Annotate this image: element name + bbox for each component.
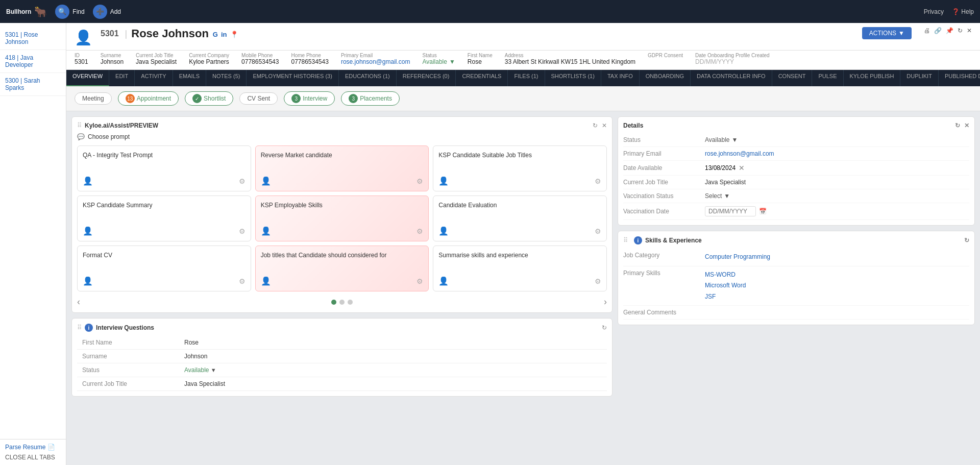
close-all-tabs-button[interactable]: CLOSE ALL TABS	[5, 454, 61, 461]
link-icon[interactable]: 🔗	[934, 27, 942, 34]
close-kyloe-icon[interactable]: ✕	[602, 122, 607, 129]
prompt-card-reverse-market[interactable]: Reverse Market candidate 👤 ⚙	[255, 145, 429, 191]
skill-ms-word[interactable]: MS-WORD	[705, 270, 746, 281]
tab-onboarding[interactable]: ONBOARDING	[640, 70, 691, 86]
carousel-dot-2[interactable]	[339, 300, 345, 305]
pipeline-step-placements[interactable]: 3 Placements	[341, 91, 400, 106]
add-circle-icon[interactable]: ➕	[93, 5, 107, 19]
prompt-settings-icon-fcv[interactable]: ⚙	[239, 277, 246, 285]
tab-published-docs[interactable]: PUBLISHED DOCUMENTS UP	[939, 70, 980, 86]
google-link[interactable]: G	[213, 31, 218, 38]
candidate-id-block: 5301 | Rose Johnson G in 📍	[101, 27, 238, 40]
pipeline-step-interview[interactable]: 3 Interview	[284, 91, 335, 106]
prompt-settings-icon-ksp-job[interactable]: ⚙	[595, 177, 601, 185]
tab-tax-info[interactable]: TAX INFO	[601, 70, 640, 86]
tab-employment[interactable]: EMPLOYMENT HISTORIES (3)	[247, 70, 338, 86]
kyloe-panel-header: ⠿ Kyloe.ai/Assist/PREVIEW ↻ ✕	[77, 122, 607, 129]
calendar-icon[interactable]: 📅	[759, 208, 767, 215]
vaccination-date-input[interactable]	[705, 206, 756, 216]
prompt-card-ksp-job-titles[interactable]: KSP Candidate Suitable Job Titles 👤 ⚙	[433, 145, 607, 191]
carousel-dot-1[interactable]	[331, 300, 336, 305]
tab-notes[interactable]: NOTES (5)	[206, 70, 247, 86]
carousel-prev-button[interactable]: ‹	[77, 297, 80, 307]
prompt-card-job-titles-candidate[interactable]: Job titles that Candidate should conside…	[255, 246, 429, 291]
status-field-dropdown[interactable]: Available ▼	[705, 136, 738, 143]
pipeline-step-appointment[interactable]: 13 Appointment	[118, 91, 179, 106]
tab-credentials[interactable]: CREDENTIALS	[456, 70, 508, 86]
clear-date-button[interactable]: ✕	[739, 164, 745, 172]
refresh-details-icon[interactable]: ↻	[955, 122, 960, 129]
tab-files[interactable]: FILES (1)	[508, 70, 545, 86]
drag-handle-interview: ⠿	[77, 324, 82, 331]
prompt-settings-icon-ksp-sum[interactable]: ⚙	[239, 227, 246, 235]
parse-resume-button[interactable]: Parse Resume 📄	[5, 444, 61, 451]
linkedin-link[interactable]: in	[221, 31, 227, 38]
pipeline-step-shortlist[interactable]: ✓ Shortlist	[185, 91, 233, 106]
skill-microsoft-word[interactable]: Microsoft Word	[705, 280, 746, 291]
tab-consent[interactable]: CONSENT	[772, 70, 813, 86]
print-icon[interactable]: 🖨	[924, 27, 930, 34]
location-link[interactable]: 📍	[230, 31, 238, 38]
pin-icon[interactable]: 📌	[946, 27, 953, 34]
tab-emails[interactable]: EMAILS	[173, 70, 206, 86]
prompt-settings-icon-emp[interactable]: ⚙	[416, 227, 423, 235]
pipeline-step-meeting[interactable]: Meeting	[75, 92, 112, 105]
carousel-next-button[interactable]: ›	[604, 297, 607, 307]
prompt-card-evaluation[interactable]: Candidate Evaluation 👤 ⚙	[433, 195, 607, 241]
prompt-person-icon-rm: 👤	[261, 176, 271, 186]
prompt-card-qa[interactable]: QA - Integrity Test Prompt 👤 ⚙	[77, 145, 251, 191]
tab-overview[interactable]: OVERVIEW	[66, 70, 109, 86]
refresh-interview-icon[interactable]: ↻	[602, 324, 607, 331]
prompt-settings-icon-eval[interactable]: ⚙	[595, 227, 601, 235]
refresh-kyloe-icon[interactable]: ↻	[593, 122, 598, 129]
tab-shortlists[interactable]: SHORTLISTS (1)	[545, 70, 601, 86]
prompt-card-summarise-skills[interactable]: Summarise skills and experience 👤 ⚙	[433, 246, 607, 291]
status-dropdown-button[interactable]: ▼	[211, 367, 216, 373]
vaccination-status-dropdown[interactable]: Select ▼	[705, 192, 730, 200]
prompt-settings-icon-rm[interactable]: ⚙	[416, 177, 423, 185]
privacy-link[interactable]: Privacy	[924, 8, 944, 15]
tab-educations[interactable]: EDUCATIONS (1)	[339, 70, 397, 86]
candidate-header: 👤 5301 | Rose Johnson G in 📍 ACTIONS ▼	[66, 23, 980, 51]
status-dropdown-arrow[interactable]: ▼	[449, 58, 455, 65]
tab-references[interactable]: REFERENCES (0)	[397, 70, 456, 86]
parse-resume-label: Parse Resume	[5, 444, 45, 451]
tab-pulse[interactable]: PULSE	[812, 70, 843, 86]
field-value-surname: Johnson	[179, 350, 607, 363]
find-nav[interactable]: 🔍 Find	[55, 5, 84, 19]
carousel-dot-3[interactable]	[348, 300, 353, 305]
prompt-settings-icon-jtc[interactable]: ⚙	[416, 277, 423, 285]
skill-jsf[interactable]: JSF	[705, 291, 746, 303]
close-icon[interactable]: ✕	[967, 27, 972, 34]
status-available: Available	[184, 366, 209, 374]
find-circle-icon[interactable]: 🔍	[55, 5, 69, 19]
actions-button[interactable]: ACTIONS ▼	[862, 27, 912, 39]
skills-row-primary: Primary Skills MS-WORD Microsoft Word JS…	[623, 266, 969, 306]
add-nav[interactable]: ➕ Add	[93, 5, 121, 19]
sidebar-item-rose-johnson[interactable]: 5301 | Rose Johnson	[0, 27, 66, 50]
help-link[interactable]: ❓ Help	[952, 8, 974, 15]
prompt-settings-icon-qa[interactable]: ⚙	[239, 177, 246, 185]
pipeline-step-cv-sent[interactable]: CV Sent	[239, 92, 278, 105]
refresh-icon[interactable]: ↻	[958, 27, 963, 34]
tab-activity[interactable]: ACTIVITY	[135, 70, 173, 86]
details-row-date-available: Date Available 13/08/2024 ✕	[623, 161, 969, 176]
prompt-card-employable-skills[interactable]: KSP Employable Skills 👤 ⚙	[255, 195, 429, 241]
prompt-person-icon-fcv: 👤	[83, 276, 93, 286]
field-value-job-title: Java Specialist	[179, 377, 607, 391]
prompt-card-format-cv[interactable]: Format CV 👤 ⚙	[77, 246, 251, 291]
sidebar-item-sarah-sparks[interactable]: 5300 | Sarah Sparks	[0, 73, 66, 96]
details-value-email[interactable]: rose.johnson@gmail.com	[705, 150, 969, 157]
meta-address: Address 33 Albert St Kirkwall KW15 1HL U…	[505, 53, 635, 65]
close-details-icon[interactable]: ✕	[964, 122, 969, 129]
vaccination-date-field: 📅	[705, 206, 767, 216]
prompt-card-ksp-summary[interactable]: KSP Candidate Summary 👤 ⚙	[77, 195, 251, 241]
tab-kyloe-publish[interactable]: KYLOE PUBLISH	[844, 70, 901, 86]
tab-duplikit[interactable]: DUPLIKIT	[900, 70, 939, 86]
prompt-footer-ksp-job: 👤 ⚙	[438, 176, 601, 186]
tab-edit[interactable]: EDIT	[109, 70, 135, 86]
refresh-skills-icon[interactable]: ↻	[964, 237, 969, 244]
tab-data-controller[interactable]: DATA CONTROLLER INFO	[691, 70, 772, 86]
sidebar-item-java-developer[interactable]: 418 | Java Developer	[0, 50, 66, 73]
prompt-settings-icon-ss[interactable]: ⚙	[595, 277, 601, 285]
